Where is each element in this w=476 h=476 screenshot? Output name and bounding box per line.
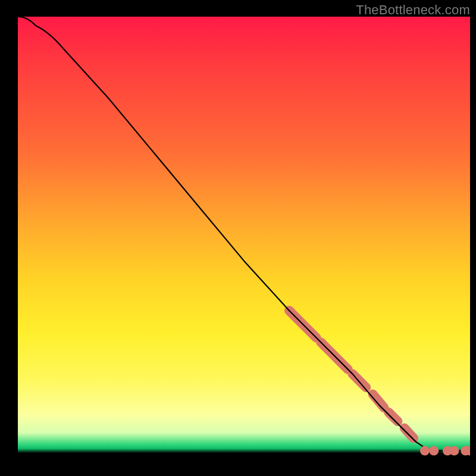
chart-svg	[18, 17, 470, 469]
highlight-segment	[405, 428, 414, 439]
chart-stage: TheBottleneck.com	[0, 0, 476, 476]
tail-dots	[420, 446, 470, 456]
bottleneck-curve	[18, 17, 470, 451]
tail-dot	[420, 446, 430, 456]
highlight-segment	[373, 394, 384, 408]
tail-dot	[429, 446, 439, 456]
plot-area	[18, 17, 470, 469]
tail-dot	[449, 446, 459, 456]
attribution-text: TheBottleneck.com	[356, 2, 470, 18]
